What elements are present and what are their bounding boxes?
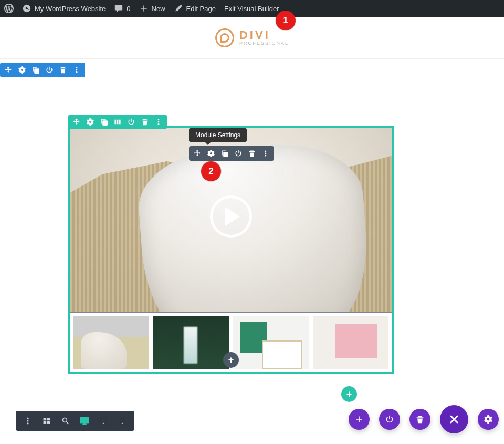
builder-view-bar — [16, 411, 134, 431]
callout-2-number: 2 — [208, 166, 213, 177]
dots-icon[interactable] — [23, 416, 33, 426]
fab-power[interactable] — [379, 409, 400, 430]
trash-icon[interactable] — [141, 118, 149, 126]
edit-page-label: Edit Page — [186, 5, 216, 13]
gear-icon[interactable] — [86, 118, 94, 126]
phone-view-icon[interactable] — [118, 416, 127, 426]
wp-menu-exit-visual-builder[interactable]: Exit Visual Builder — [224, 5, 279, 13]
comments-count: 0 — [127, 5, 130, 13]
thumbnail-3[interactable] — [233, 316, 309, 369]
callout-badge-1: 1 — [276, 11, 296, 30]
section-toolbar — [0, 63, 85, 77]
site-header: DIVI PROFESSIONAL — [0, 17, 504, 59]
play-icon[interactable] — [210, 195, 252, 238]
fab-close[interactable] — [440, 405, 468, 433]
wp-menu-wordpress[interactable] — [4, 4, 14, 13]
wp-menu-new[interactable]: New — [139, 4, 165, 13]
move-icon[interactable] — [193, 149, 202, 158]
exit-vb-label: Exit Visual Builder — [224, 5, 279, 13]
wp-menu-site[interactable]: My WordPress Website — [22, 4, 106, 13]
callout-1-number: 1 — [283, 15, 288, 26]
move-icon[interactable] — [72, 118, 81, 126]
fab-trash[interactable] — [410, 409, 430, 430]
site-logo[interactable]: DIVI PROFESSIONAL — [215, 28, 289, 47]
logo-mark-icon — [215, 28, 234, 47]
logo-text: DIVI PROFESSIONAL — [239, 29, 289, 46]
fab-add[interactable] — [349, 409, 370, 430]
tooltip-text: Module Settings — [195, 131, 240, 139]
power-icon[interactable] — [234, 149, 243, 158]
plus-icon — [139, 4, 149, 13]
module-settings-button[interactable] — [207, 149, 215, 158]
row-toolbar — [68, 115, 167, 129]
move-icon[interactable] — [4, 66, 13, 74]
dots-icon[interactable] — [154, 118, 163, 126]
duplicate-icon[interactable] — [100, 118, 108, 126]
builder-row[interactable] — [68, 126, 394, 374]
site-name-label: My WordPress Website — [35, 5, 106, 13]
wp-menu-edit-page[interactable]: Edit Page — [174, 4, 216, 13]
builder-action-fabs — [349, 405, 499, 433]
trash-icon[interactable] — [248, 149, 256, 158]
trash-icon[interactable] — [59, 66, 67, 74]
wp-admin-bar: My WordPress Website 0 New Edit Page Exi… — [0, 0, 504, 17]
wp-menu-comments[interactable]: 0 — [114, 4, 130, 13]
dots-icon[interactable] — [72, 66, 81, 74]
gear-icon[interactable] — [18, 66, 26, 74]
fab-settings[interactable] — [478, 409, 499, 430]
hero-bg-blanket — [135, 139, 372, 312]
duplicate-icon[interactable] — [32, 66, 40, 74]
tablet-view-icon[interactable] — [99, 416, 108, 426]
logo-tagline: PROFESSIONAL — [239, 41, 289, 46]
logo-brand: DIVI — [239, 29, 289, 41]
module-toolbar: Module Settings — [189, 146, 274, 161]
wordpress-icon — [4, 4, 14, 13]
thumbnail-4[interactable] — [313, 316, 388, 369]
new-label: New — [152, 5, 165, 13]
power-icon[interactable] — [127, 118, 135, 126]
duplicate-icon[interactable] — [220, 149, 229, 158]
module-settings-tooltip: Module Settings — [189, 128, 247, 142]
add-module-button[interactable]: + — [223, 352, 239, 368]
callout-badge-2: 2 — [201, 161, 221, 181]
add-row-button[interactable]: + — [341, 386, 357, 402]
columns-icon[interactable] — [113, 118, 122, 126]
zoom-icon[interactable] — [61, 416, 70, 426]
dashboard-icon — [22, 4, 32, 13]
pencil-icon — [174, 4, 183, 13]
dots-icon[interactable] — [261, 149, 270, 158]
power-icon[interactable] — [45, 66, 54, 74]
thumbnail-1[interactable] — [74, 316, 149, 369]
comment-icon — [114, 4, 123, 13]
layout-icon[interactable] — [42, 416, 51, 426]
thumbnail-2[interactable] — [153, 316, 229, 369]
desktop-view-icon[interactable] — [80, 416, 89, 426]
